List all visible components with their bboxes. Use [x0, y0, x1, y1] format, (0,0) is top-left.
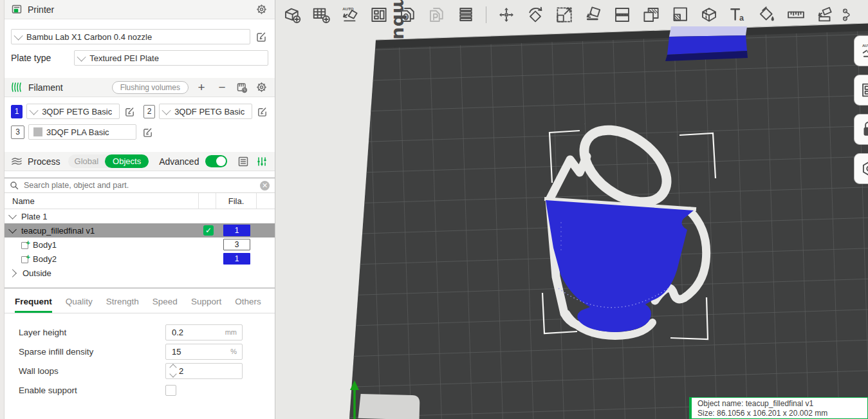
search-bar: ✕ [5, 178, 275, 193]
object-checkbox[interactable]: ✓ [203, 225, 214, 236]
lay-on-face-button[interactable] [580, 2, 606, 28]
cut-button[interactable] [696, 2, 722, 28]
paint-button[interactable] [754, 2, 780, 28]
search-input[interactable] [23, 180, 256, 191]
body1-filament-badge[interactable]: 3 [223, 239, 250, 250]
tree-row-object[interactable]: teacup_filledfinal v1 ✓ 1 [5, 223, 275, 237]
tab-strength[interactable]: Strength [106, 297, 139, 313]
fill-region-button[interactable] [667, 2, 693, 28]
arrange-button[interactable] [366, 2, 392, 28]
tab-speed[interactable]: Speed [152, 297, 178, 313]
view-settings-list-button[interactable] [236, 154, 250, 169]
list-header: Name Fila. [5, 193, 275, 209]
compare-presets-button[interactable] [255, 154, 268, 169]
filament-3-number[interactable]: 3 [11, 126, 24, 139]
printer-preset-select[interactable]: Bambu Lab X1 Carbon 0.4 nozzle [11, 29, 250, 44]
arrange-side-button[interactable] [854, 75, 868, 106]
edit-printer-preset-button[interactable] [254, 30, 268, 44]
advanced-toggle[interactable] [205, 155, 227, 167]
move-button[interactable] [494, 2, 519, 28]
scale-button[interactable] [551, 2, 577, 28]
object-filament-badge[interactable]: 1 [223, 225, 250, 236]
plate-type-label: Plate type [11, 53, 65, 63]
group-name: Outside [23, 268, 51, 278]
sparse-infill-input[interactable]: 15 % [165, 344, 243, 360]
auto-orient-side-button[interactable]: AUTO [854, 35, 868, 66]
hexagon-gear-icon [860, 160, 868, 178]
tab-others[interactable]: Others [235, 297, 261, 313]
plate-type-select[interactable]: Textured PEI Plate [74, 50, 268, 66]
add-plate-icon [311, 5, 331, 24]
tab-quality[interactable]: Quality [66, 297, 93, 313]
settings-side-button[interactable] [854, 153, 868, 184]
tree-row-outside[interactable]: Outside [5, 266, 275, 281]
printer-preset-value: Bambu Lab X1 Carbon 0.4 nozzle [26, 32, 152, 42]
tree-row-body2[interactable]: + Body2 1 [5, 252, 275, 266]
auto-orient-button[interactable]: AUTO [337, 2, 363, 28]
rotate-icon [526, 5, 545, 24]
process-section-title: Process [28, 156, 60, 167]
tab-support[interactable]: Support [191, 297, 221, 313]
tree-row-body1[interactable]: + Body1 3 [5, 237, 275, 252]
printer-section-header: Printer [5, 0, 275, 19]
body2-filament-badge[interactable]: 1 [223, 253, 250, 265]
layers-icon [456, 5, 476, 24]
filament-2-select[interactable]: 3QDF PETG Basic [159, 104, 252, 119]
expand-icon[interactable] [8, 269, 17, 277]
object-list: ✕ Name Fila. Plate 1 teacup_filledfinal … [5, 178, 275, 288]
viewport-3d-scene[interactable]: Bambu Textured PEI Plate Bambu Textured … [275, 0, 868, 419]
text-button[interactable]: a [725, 2, 751, 28]
add-plate-button[interactable] [308, 2, 334, 28]
part-name: Body2 [33, 254, 57, 264]
filament-1-select[interactable]: 3QDF PETG Basic [26, 104, 120, 119]
clear-search-icon[interactable]: ✕ [260, 181, 270, 191]
wall-loops-stepper[interactable]: 2 [165, 363, 243, 379]
auto-orient-icon: AUTO [860, 42, 868, 60]
scope-global[interactable]: Global [68, 154, 106, 168]
scale-icon [555, 5, 574, 24]
wall-loops-label: Wall loops [19, 366, 165, 376]
split-to-parts-button[interactable] [638, 2, 664, 28]
tree-row-plate[interactable]: Plate 1 [5, 209, 275, 223]
filament-3-select[interactable]: 3DQF PLA Basic [28, 124, 136, 140]
edit-filament-1-button[interactable] [124, 104, 136, 118]
clone-button[interactable] [395, 2, 421, 28]
collapse-icon[interactable] [8, 211, 17, 219]
plate-name: Plate 1 [21, 212, 47, 221]
filament-icon [11, 82, 23, 93]
paste-button[interactable] [424, 2, 450, 28]
assembly-button[interactable] [812, 2, 838, 28]
filament-2-number[interactable]: 2 [143, 105, 155, 118]
collapse-icon[interactable] [8, 225, 17, 234]
filament-1-number[interactable]: 1 [11, 105, 23, 118]
svg-text:AUTO: AUTO [862, 44, 868, 48]
scope-objects[interactable]: Objects [105, 154, 149, 168]
rotate-button[interactable] [522, 2, 548, 28]
fastener-button[interactable] [841, 2, 855, 28]
layers-button[interactable] [453, 2, 479, 28]
filament-3-color-swatch [33, 127, 42, 136]
add-filament-button[interactable]: + [194, 81, 209, 94]
measure-button[interactable] [783, 2, 809, 28]
layer-height-input[interactable]: 0.2 mm [165, 324, 243, 340]
split-to-objects-button[interactable] [609, 2, 635, 28]
ams-sync-button[interactable] [235, 80, 249, 95]
search-icon [10, 181, 19, 190]
enable-support-checkbox[interactable] [165, 385, 176, 396]
process-scope-toggle[interactable]: Global Objects [68, 154, 149, 168]
tab-frequent[interactable]: Frequent [15, 297, 52, 313]
add-object-button[interactable] [279, 2, 305, 28]
box-object[interactable] [665, 26, 748, 61]
stepper-down-icon[interactable] [169, 370, 176, 377]
remove-filament-button[interactable]: − [214, 81, 230, 94]
edit-filament-3-button[interactable] [140, 125, 154, 139]
filament-settings-button[interactable] [254, 80, 268, 95]
enable-support-label: Enable support [19, 386, 165, 395]
flushing-volumes-button[interactable]: Flushing volumes [112, 81, 189, 94]
printer-settings-button[interactable] [254, 3, 268, 17]
edit-filament-2-button[interactable] [256, 104, 268, 118]
edit-icon [255, 31, 267, 42]
part-icon: + [21, 241, 30, 249]
gear-icon [256, 4, 267, 15]
lock-side-button[interactable] [854, 114, 868, 145]
